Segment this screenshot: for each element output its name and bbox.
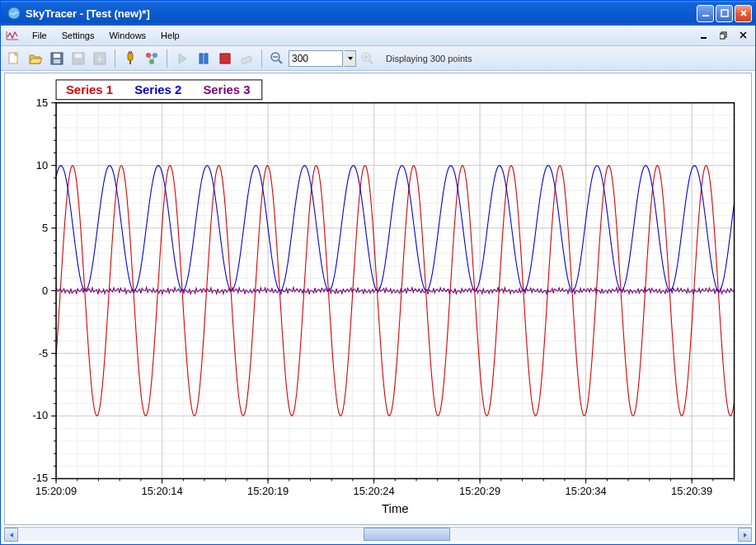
svg-text:Series 2: Series 2 bbox=[134, 83, 181, 96]
svg-text:Time: Time bbox=[382, 502, 408, 515]
menu-file[interactable]: File bbox=[26, 28, 54, 43]
svg-text:-10: -10 bbox=[33, 409, 49, 421]
svg-text:0: 0 bbox=[42, 284, 48, 297]
svg-rect-1 bbox=[702, 15, 709, 16]
svg-rect-21 bbox=[220, 54, 230, 63]
stop-button[interactable] bbox=[215, 49, 235, 68]
svg-rect-14 bbox=[129, 51, 130, 54]
svg-text:15:20:29: 15:20:29 bbox=[459, 485, 500, 497]
new-button[interactable] bbox=[4, 49, 24, 68]
svg-rect-11 bbox=[75, 54, 82, 58]
scroll-left-button[interactable] bbox=[4, 528, 18, 542]
zoom-in-button bbox=[358, 49, 378, 68]
minimize-button[interactable] bbox=[697, 5, 714, 22]
svg-rect-22 bbox=[241, 56, 251, 64]
status-text: Displaying 300 points bbox=[379, 54, 472, 63]
svg-text:15:20:39: 15:20:39 bbox=[671, 485, 712, 497]
menu-help[interactable]: Help bbox=[154, 28, 186, 43]
svg-text:15:20:09: 15:20:09 bbox=[35, 485, 77, 497]
pause-button[interactable] bbox=[194, 49, 214, 68]
chart-area: -15-10-505101515:20:0915:20:1415:20:1915… bbox=[4, 73, 752, 525]
svg-text:-5: -5 bbox=[39, 347, 48, 359]
svg-rect-9 bbox=[54, 59, 60, 63]
zoom-out-button[interactable] bbox=[267, 49, 287, 68]
window-controls bbox=[697, 5, 752, 22]
svg-rect-20 bbox=[204, 54, 208, 63]
svg-text:5: 5 bbox=[42, 222, 48, 234]
svg-text:15:20:34: 15:20:34 bbox=[566, 485, 607, 497]
svg-rect-19 bbox=[200, 54, 203, 63]
close-button[interactable] bbox=[735, 5, 752, 22]
svg-text:15:20:14: 15:20:14 bbox=[142, 485, 183, 497]
svg-text:-15: -15 bbox=[33, 472, 49, 484]
svg-text:Series 1: Series 1 bbox=[66, 83, 113, 96]
network-button[interactable] bbox=[142, 49, 162, 68]
titlebar: SkyTracer - [Test (new)*] bbox=[1, 1, 755, 26]
menu-settings[interactable]: Settings bbox=[55, 28, 101, 43]
app-icon bbox=[7, 7, 21, 20]
save-button[interactable] bbox=[47, 49, 67, 68]
mdi-restore-button[interactable] bbox=[717, 29, 730, 42]
svg-text:Series 3: Series 3 bbox=[203, 83, 250, 96]
svg-rect-5 bbox=[720, 34, 725, 39]
menubar: File Settings Windows Help bbox=[1, 26, 755, 46]
maximize-button[interactable] bbox=[716, 5, 733, 22]
svg-text:15:20:19: 15:20:19 bbox=[247, 485, 289, 497]
svg-rect-8 bbox=[54, 54, 60, 58]
points-dropdown[interactable] bbox=[345, 50, 356, 67]
save-as-button bbox=[68, 49, 88, 68]
svg-rect-3 bbox=[701, 37, 707, 39]
svg-rect-15 bbox=[131, 51, 133, 54]
connect-button[interactable] bbox=[120, 49, 140, 68]
clear-button bbox=[237, 49, 256, 68]
export-button bbox=[90, 49, 110, 68]
chart-canvas[interactable]: -15-10-505101515:20:0915:20:1415:20:1915… bbox=[5, 73, 751, 524]
svg-text:15:20:24: 15:20:24 bbox=[354, 485, 395, 497]
chart-icon bbox=[6, 29, 19, 42]
svg-rect-13 bbox=[128, 53, 133, 60]
open-button[interactable] bbox=[26, 49, 45, 68]
mdi-minimize-button[interactable] bbox=[697, 29, 711, 42]
svg-rect-2 bbox=[721, 10, 728, 16]
menu-windows[interactable]: Windows bbox=[102, 28, 153, 43]
horizontal-scrollbar[interactable] bbox=[4, 527, 752, 541]
scroll-right-button[interactable] bbox=[738, 528, 752, 542]
svg-text:15: 15 bbox=[36, 96, 48, 109]
points-input[interactable] bbox=[289, 50, 343, 67]
svg-text:10: 10 bbox=[36, 159, 48, 171]
scroll-thumb[interactable] bbox=[364, 528, 450, 541]
toolbar: Displaying 300 points bbox=[1, 46, 755, 71]
mdi-close-button[interactable] bbox=[737, 29, 750, 42]
play-button bbox=[172, 49, 192, 68]
app-window: SkyTracer - [Test (new)*] File Settings … bbox=[0, 0, 756, 545]
titlebar-text: SkyTracer - [Test (new)*] bbox=[24, 7, 697, 20]
scroll-track[interactable] bbox=[18, 528, 738, 541]
